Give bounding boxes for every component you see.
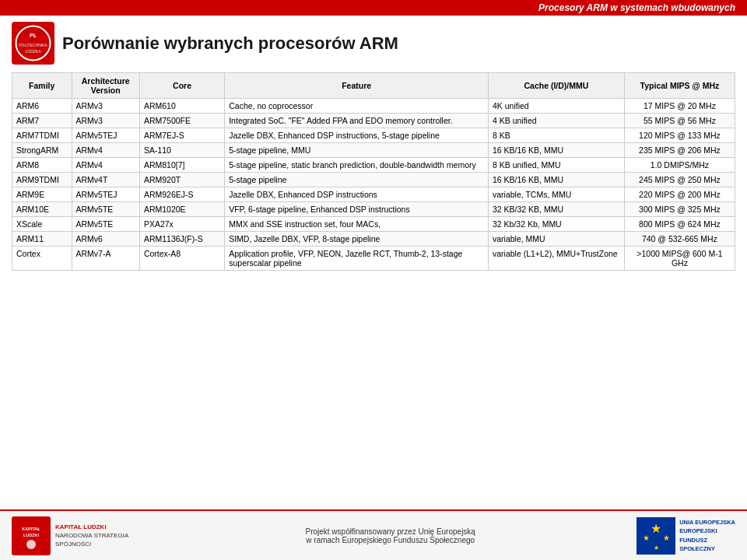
header: PŁ POLITECHNIKA ŁÓDZKA Porównanie wybran… <box>0 16 747 68</box>
cell-arch: ARMv4 <box>72 158 139 173</box>
cell-cache: 4K unified <box>489 99 625 114</box>
col-header-mips: Typical MIPS @ MHz <box>624 73 735 99</box>
cell-core: PXA27x <box>139 217 224 232</box>
table-row: ARM10EARMv5TEARM1020EVFP, 6-stage pipeli… <box>12 202 735 217</box>
cell-core: ARM1020E <box>139 202 224 217</box>
cell-family: ARM10E <box>12 202 72 217</box>
eu-stars-logo: ★ ★ ★ ★ <box>637 517 675 555</box>
col-header-feature: Feature <box>225 73 489 99</box>
cell-feature: Cache, no coprocessor <box>225 99 489 114</box>
cell-arch: ARMv4 <box>72 143 139 158</box>
table-row: CortexARMv7-ACortex-A8Application profil… <box>12 247 735 271</box>
cell-core: ARM610 <box>139 99 224 114</box>
table-row: ARM9TDMIARMv4TARM920T5-stage pipeline16 … <box>12 173 735 187</box>
col-header-family: Family <box>12 73 72 99</box>
svg-text:POLITECHNIKA: POLITECHNIKA <box>19 43 47 47</box>
cell-mips: 55 MIPS @ 56 MHz <box>624 114 735 128</box>
table-row: ARM7TDMIARMv5TEJARM7EJ-SJazelle DBX, Enh… <box>12 128 735 143</box>
cell-arch: ARMv5TEJ <box>72 128 139 143</box>
cell-core: ARM926EJ-S <box>139 187 224 202</box>
cell-core: ARM810[7] <box>139 158 224 173</box>
cell-family: ARM11 <box>12 232 72 247</box>
university-logo: PŁ POLITECHNIKA ŁÓDZKA <box>12 22 54 65</box>
table-row: ARM8ARMv4ARM810[7]5-stage pipeline, stat… <box>12 158 735 173</box>
cell-feature: Jazelle DBX, Enhanced DSP instructions, … <box>225 128 489 143</box>
cell-feature: 5-stage pipeline, MMU <box>225 143 489 158</box>
cell-family: ARM8 <box>12 158 72 173</box>
cell-mips: 220 MIPS @ 200 MHz <box>624 187 735 202</box>
cell-family: XScale <box>12 217 72 232</box>
cell-cache: variable (L1+L2), MMU+TrustZone <box>489 247 625 271</box>
cell-feature: Jazelle DBX, Enhanced DSP instructions <box>225 187 489 202</box>
svg-text:★: ★ <box>654 544 659 551</box>
col-header-core: Core <box>139 73 224 99</box>
cell-feature: 5-stage pipeline, static branch predicti… <box>225 158 489 173</box>
svg-text:LUDZKI: LUDZKI <box>23 533 40 537</box>
cell-core: ARM7EJ-S <box>139 128 224 143</box>
cell-family: ARM9E <box>12 187 72 202</box>
footer-right: ★ ★ ★ ★ UNIA EUROPEJSKA EUROPEJSKI FUNDU… <box>637 517 735 555</box>
svg-text:PŁ: PŁ <box>30 33 37 38</box>
cell-family: StrongARM <box>12 143 72 158</box>
svg-text:ŁÓDZKA: ŁÓDZKA <box>25 49 41 54</box>
cell-family: ARM6 <box>12 99 72 114</box>
cell-cache: variable, MMU <box>489 232 625 247</box>
cell-family: Cortex <box>12 247 72 271</box>
cell-feature: MMX and SSE instruction set, four MACs, <box>225 217 489 232</box>
cell-core: ARM1136J(F)-S <box>139 232 224 247</box>
cell-arch: ARMv5TE <box>72 217 139 232</box>
cell-core: Cortex-A8 <box>139 247 224 271</box>
cell-feature: SIMD, Jazelle DBX, VFP, 8-stage pipeline <box>225 232 489 247</box>
svg-text:KAPITAŁ: KAPITAŁ <box>22 527 40 531</box>
top-bar: Procesory ARM w systemach wbudowanych <box>0 0 747 16</box>
cell-cache: 16 KB/16 KB, MMU <box>489 173 625 187</box>
footer: KAPITAŁ LUDZKI KAPITAŁ LUDZKI NARODOWA S… <box>0 509 747 560</box>
cell-mips: 800 MIPS @ 624 MHz <box>624 217 735 232</box>
cell-arch: ARMv6 <box>72 232 139 247</box>
cell-arch: ARMv3 <box>72 99 139 114</box>
table-container: Family Architecture Version Core Feature… <box>0 68 747 275</box>
footer-logo-text: KAPITAŁ LUDZKI NARODOWA STRATEGIA SPÓJNO… <box>55 523 128 549</box>
kapital-ludzki-logo: KAPITAŁ LUDZKI <box>12 516 51 555</box>
top-bar-text: Procesory ARM w systemach wbudowanych <box>538 2 735 13</box>
cell-arch: ARMv7-A <box>72 247 139 271</box>
cell-mips: 245 MIPS @ 250 MHz <box>624 173 735 187</box>
cell-cache: 16 KB/16 KB, MMU <box>489 143 625 158</box>
cell-family: ARM7TDMI <box>12 128 72 143</box>
svg-point-8 <box>26 540 36 549</box>
table-row: ARM11ARMv6ARM1136J(F)-SSIMD, Jazelle DBX… <box>12 232 735 247</box>
cell-mips: 17 MIPS @ 20 MHz <box>624 99 735 114</box>
cell-core: SA-110 <box>139 143 224 158</box>
table-row: ARM6ARMv3ARM610Cache, no coprocessor4K u… <box>12 99 735 114</box>
cell-family: ARM9TDMI <box>12 173 72 187</box>
comparison-table: Family Architecture Version Core Feature… <box>12 72 735 271</box>
cell-mips: 235 MIPS @ 206 MHz <box>624 143 735 158</box>
page-title: Porównanie wybranych procesorów ARM <box>62 33 735 54</box>
svg-text:★: ★ <box>643 534 650 542</box>
table-row: XScaleARMv5TEPXA27xMMX and SSE instructi… <box>12 217 735 232</box>
col-header-cache: Cache (I/D)/MMU <box>489 73 625 99</box>
table-row: ARM7ARMv3ARM7500FEIntegrated SoC. "FE" A… <box>12 114 735 128</box>
cell-cache: 8 KB <box>489 128 625 143</box>
cell-feature: 5-stage pipeline <box>225 173 489 187</box>
cell-feature: Application profile, VFP, NEON, Jazelle … <box>225 247 489 271</box>
cell-mips: >1000 MIPS@ 600 M-1 GHz <box>624 247 735 271</box>
cell-cache: 32 KB/32 KB, MMU <box>489 202 625 217</box>
table-row: ARM9EARMv5TEJARM926EJ-SJazelle DBX, Enha… <box>12 187 735 202</box>
cell-cache: 4 KB unified <box>489 114 625 128</box>
footer-logo-left: KAPITAŁ LUDZKI KAPITAŁ LUDZKI NARODOWA S… <box>12 516 128 555</box>
cell-mips: 1.0 DMIPS/MHz <box>624 158 735 173</box>
cell-family: ARM7 <box>12 114 72 128</box>
svg-text:★: ★ <box>651 522 661 535</box>
cell-feature: Integrated SoC. "FE" Added FPA and EDO m… <box>225 114 489 128</box>
cell-core: ARM920T <box>139 173 224 187</box>
footer-center-text: Projekt współfinansowany przez Unię Euro… <box>144 527 637 544</box>
cell-cache: 32 Kb/32 Kb, MMU <box>489 217 625 232</box>
table-row: StrongARMARMv4SA-1105-stage pipeline, MM… <box>12 143 735 158</box>
cell-mips: 300 MIPS @ 325 MHz <box>624 202 735 217</box>
cell-arch: ARMv4T <box>72 173 139 187</box>
cell-arch: ARMv3 <box>72 114 139 128</box>
cell-mips: 740 @ 532-665 MHz <box>624 232 735 247</box>
eu-label: UNIA EUROPEJSKA EUROPEJSKI FUNDUSZ SPOŁE… <box>679 518 735 553</box>
col-header-arch: Architecture Version <box>72 73 139 99</box>
